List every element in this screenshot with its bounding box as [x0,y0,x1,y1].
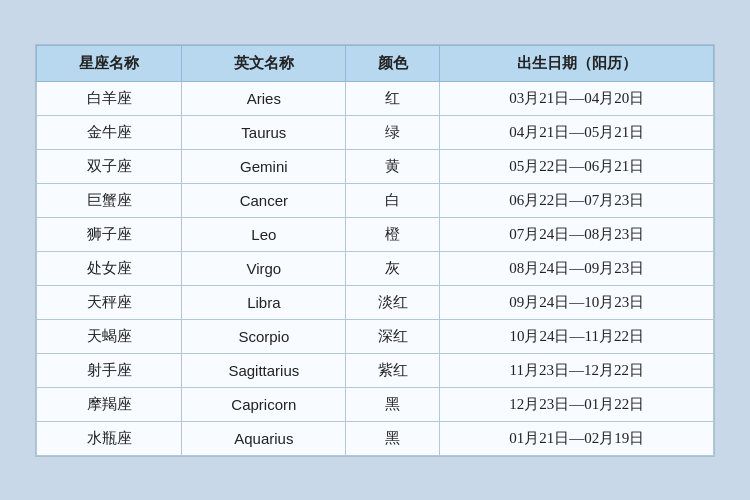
cell-chinese-name: 双子座 [37,149,182,183]
cell-english-name: Aquarius [182,421,346,455]
cell-english-name: Gemini [182,149,346,183]
cell-chinese-name: 白羊座 [37,81,182,115]
cell-color: 灰 [346,251,440,285]
cell-dates: 08月24日—09月23日 [440,251,714,285]
table-row: 天秤座Libra淡红09月24日—10月23日 [37,285,714,319]
cell-dates: 07月24日—08月23日 [440,217,714,251]
table-row: 处女座Virgo灰08月24日—09月23日 [37,251,714,285]
cell-dates: 10月24日—11月22日 [440,319,714,353]
header-english-name: 英文名称 [182,45,346,81]
zodiac-table: 星座名称 英文名称 颜色 出生日期（阳历） 白羊座Aries红03月21日—04… [36,45,714,456]
cell-chinese-name: 处女座 [37,251,182,285]
cell-color: 深红 [346,319,440,353]
cell-dates: 05月22日—06月21日 [440,149,714,183]
cell-english-name: Virgo [182,251,346,285]
header-dates: 出生日期（阳历） [440,45,714,81]
table-row: 双子座Gemini黄05月22日—06月21日 [37,149,714,183]
cell-color: 白 [346,183,440,217]
cell-dates: 01月21日—02月19日 [440,421,714,455]
header-color: 颜色 [346,45,440,81]
table-row: 水瓶座Aquarius黑01月21日—02月19日 [37,421,714,455]
cell-color: 橙 [346,217,440,251]
cell-english-name: Sagittarius [182,353,346,387]
table-row: 白羊座Aries红03月21日—04月20日 [37,81,714,115]
cell-color: 黑 [346,421,440,455]
cell-english-name: Taurus [182,115,346,149]
cell-chinese-name: 水瓶座 [37,421,182,455]
cell-english-name: Scorpio [182,319,346,353]
cell-chinese-name: 射手座 [37,353,182,387]
cell-color: 黑 [346,387,440,421]
cell-chinese-name: 摩羯座 [37,387,182,421]
cell-chinese-name: 狮子座 [37,217,182,251]
table-row: 金牛座Taurus绿04月21日—05月21日 [37,115,714,149]
cell-dates: 12月23日—01月22日 [440,387,714,421]
cell-chinese-name: 金牛座 [37,115,182,149]
cell-english-name: Libra [182,285,346,319]
table-row: 天蝎座Scorpio深红10月24日—11月22日 [37,319,714,353]
cell-dates: 11月23日—12月22日 [440,353,714,387]
cell-dates: 09月24日—10月23日 [440,285,714,319]
cell-chinese-name: 天蝎座 [37,319,182,353]
table-row: 狮子座Leo橙07月24日—08月23日 [37,217,714,251]
cell-english-name: Cancer [182,183,346,217]
cell-dates: 06月22日—07月23日 [440,183,714,217]
header-chinese-name: 星座名称 [37,45,182,81]
table-row: 摩羯座Capricorn黑12月23日—01月22日 [37,387,714,421]
cell-color: 红 [346,81,440,115]
cell-color: 淡红 [346,285,440,319]
cell-dates: 03月21日—04月20日 [440,81,714,115]
cell-chinese-name: 天秤座 [37,285,182,319]
table-row: 射手座Sagittarius紫红11月23日—12月22日 [37,353,714,387]
cell-english-name: Capricorn [182,387,346,421]
cell-english-name: Aries [182,81,346,115]
cell-chinese-name: 巨蟹座 [37,183,182,217]
cell-color: 绿 [346,115,440,149]
zodiac-table-container: 星座名称 英文名称 颜色 出生日期（阳历） 白羊座Aries红03月21日—04… [35,44,715,457]
table-row: 巨蟹座Cancer白06月22日—07月23日 [37,183,714,217]
cell-english-name: Leo [182,217,346,251]
cell-color: 黄 [346,149,440,183]
table-body: 白羊座Aries红03月21日—04月20日金牛座Taurus绿04月21日—0… [37,81,714,455]
cell-dates: 04月21日—05月21日 [440,115,714,149]
table-header-row: 星座名称 英文名称 颜色 出生日期（阳历） [37,45,714,81]
cell-color: 紫红 [346,353,440,387]
